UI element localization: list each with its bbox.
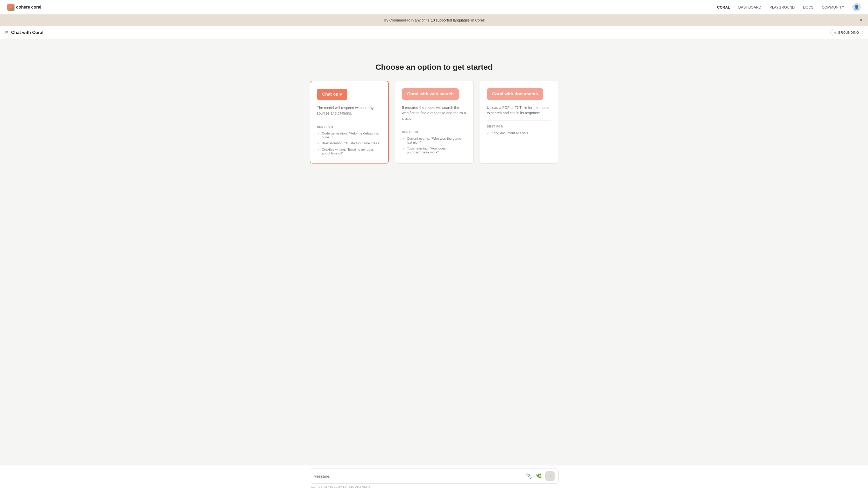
chat-only-description: The model will respond without any sourc…: [317, 105, 382, 116]
nav-link-playground[interactable]: PLAYGROUND: [770, 5, 795, 9]
grounding-label: GROUNDING: [838, 31, 859, 34]
grounding-dot: [834, 32, 836, 34]
card-web-search[interactable]: Coral with web search If required the mo…: [395, 81, 474, 164]
cards-row: Chat only The model will respond without…: [310, 81, 559, 164]
list-item: Long document analysis: [487, 131, 551, 135]
chat-only-button[interactable]: Chat only: [317, 89, 347, 100]
grounding-button[interactable]: GROUNDING: [831, 29, 863, 36]
list-item: Current events: "Who won the game last n…: [402, 137, 466, 144]
bottom-bar: 📎 🌿 → HELP US IMPROVE BY RATING ANSWERS.: [0, 465, 868, 483]
logo-icon: 🪸: [7, 4, 15, 11]
best-for-list-web: Current events: "Who won the game last n…: [402, 137, 466, 154]
web-search-button[interactable]: Coral with web search: [402, 88, 459, 100]
message-input-row: 📎 🌿 →: [310, 468, 559, 483]
page-title: Chat with Coral: [11, 30, 44, 35]
choose-heading: Choose an option to get started: [375, 63, 493, 72]
attachment-button[interactable]: 📎: [525, 472, 533, 480]
card-chat-only[interactable]: Chat only The model will respond without…: [310, 81, 389, 164]
grounding-toggle-button[interactable]: 🌿: [535, 472, 543, 480]
sidebar-toggle-icon[interactable]: ⊞: [5, 30, 9, 35]
banner-text-before: Try Command-R in any of its: [383, 18, 429, 22]
banner-close-button[interactable]: ✕: [859, 17, 863, 23]
send-button[interactable]: →: [545, 471, 555, 481]
best-for-label-docs: BEST FOR: [487, 125, 551, 128]
nav-link-dashboard[interactable]: DASHBOARD: [739, 5, 761, 9]
best-for-label-chat: BEST FOR: [317, 125, 382, 128]
best-for-list-chat: Code generation: "Help me debug this cod…: [317, 131, 382, 155]
subheader-left: ⊞ Chat with Coral: [5, 30, 44, 35]
logo-text: cohere coral: [16, 5, 42, 10]
card-divider: [317, 121, 382, 121]
main-content: Choose an option to get started Chat onl…: [0, 40, 868, 483]
web-search-description: If required the model will search the we…: [402, 105, 466, 121]
banner-text-after: in Coral!: [471, 18, 485, 22]
message-input[interactable]: [314, 474, 523, 478]
best-for-label-web: BEST FOR: [402, 130, 466, 134]
nav-link-docs[interactable]: DOCS: [803, 5, 813, 9]
nav-link-community[interactable]: COMMUNITY: [822, 5, 844, 9]
navbar: 🪸 cohere coral CORAL DASHBOARD PLAYGROUN…: [0, 0, 868, 15]
user-avatar[interactable]: 👤: [852, 3, 861, 11]
logo: 🪸 cohere coral: [7, 4, 42, 11]
list-item: Topic learning: "How does photosynthesis…: [402, 146, 466, 154]
banner-link[interactable]: 10 supported languages: [431, 18, 470, 22]
navbar-links: CORAL DASHBOARD PLAYGROUND DOCS COMMUNIT…: [717, 3, 861, 11]
best-for-list-docs: Long document analysis: [487, 131, 551, 135]
input-icons: 📎 🌿: [525, 472, 543, 480]
card-documents[interactable]: Coral with documents Upload a PDF or TXT…: [480, 81, 558, 164]
list-item: Brainstorming: "10 startup name ideas": [317, 141, 382, 145]
list-item: Creative writing: "Email to my boss abou…: [317, 148, 382, 155]
documents-description: Upload a PDF or TXT file for the model t…: [487, 105, 551, 116]
documents-button[interactable]: Coral with documents: [487, 88, 543, 100]
subheader: ⊞ Chat with Coral GROUNDING: [0, 26, 868, 40]
nav-link-coral[interactable]: CORAL: [717, 5, 730, 9]
announcement-banner: Try Command-R in any of its 10 supported…: [0, 15, 868, 26]
list-item: Code generation: "Help me debug this cod…: [317, 131, 382, 139]
